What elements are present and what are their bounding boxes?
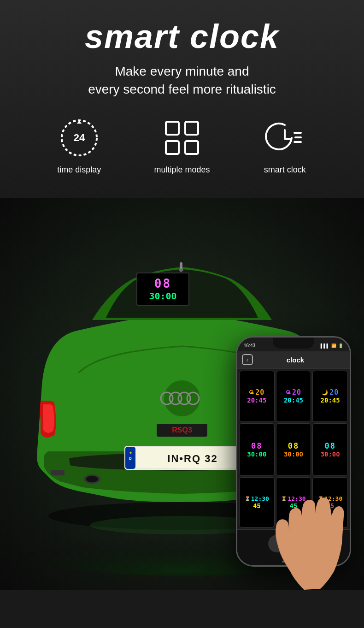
clock-24-icon: 24 — [59, 117, 100, 159]
phone: 16:43 ▌▌▌ 📶 🔋 ‹ clock — [236, 336, 351, 567]
time-bottom-0: 20:45 — [247, 397, 266, 404]
phone-bottom-bar — [237, 529, 350, 558]
time-bottom-2: 20:45 — [321, 397, 340, 404]
time-bottom-8: 45 — [326, 502, 334, 510]
icon-hourglass-6: ⏳ — [245, 496, 250, 501]
clock-cell-0[interactable]: 🌤 20 20:45 — [239, 371, 275, 422]
status-icons: ▌▌▌ 📶 🔋 — [321, 344, 343, 348]
clock-cell-6[interactable]: ⏳ 12:30 45 — [239, 477, 275, 527]
home-indicator — [237, 558, 350, 565]
led-bottom-display: 30:00 — [149, 290, 176, 302]
main-title: smart clock — [9, 18, 355, 55]
wifi-icon: 📶 — [331, 344, 336, 348]
time-top-1: 20 — [292, 388, 301, 397]
time-top-2: 20 — [329, 388, 339, 397]
status-time: 16:43 — [244, 343, 255, 348]
svg-rect-25 — [51, 470, 65, 475]
feature-multiple-modes: multiple modes — [130, 117, 233, 175]
clock-cell-5[interactable]: 08 30:00 — [312, 423, 348, 476]
feature-smart-clock-label: smart clock — [264, 165, 306, 175]
svg-text:IN•RQ 32: IN•RQ 32 — [167, 453, 217, 464]
svg-point-22 — [86, 476, 98, 482]
nav-bar: ‹ clock — [237, 351, 350, 369]
svg-text:RSQ3: RSQ3 — [172, 426, 192, 434]
icon-sun-0: 🌤 — [249, 390, 254, 396]
features-row: 24 time display multiple modes — [9, 117, 355, 175]
clock-cell-1[interactable]: 🌤 20 20:45 — [276, 371, 311, 422]
feature-time-display: 24 time display — [28, 117, 130, 175]
time-bottom-6: 45 — [253, 502, 261, 510]
svg-text:D: D — [129, 456, 132, 461]
send-button[interactable] — [268, 535, 319, 552]
signal-icon: ▌▌▌ — [321, 344, 329, 348]
clock-list-icon — [264, 117, 305, 159]
time-bottom-5: 30:00 — [321, 450, 340, 458]
clock-cell-3[interactable]: 08 30:00 — [239, 423, 275, 476]
icon-moon-2: 🌙 — [322, 390, 329, 396]
subtitle: Make every minute and every second feel … — [9, 62, 355, 98]
svg-rect-13 — [179, 269, 183, 271]
icon-sun-1: 🌤 — [286, 390, 291, 396]
clock-cell-4[interactable]: 08 30:00 — [276, 423, 311, 476]
hero-section: smart clock Make every minute and every … — [0, 0, 364, 198]
time-top-4: 08 — [288, 441, 299, 450]
time-bottom-1: 20:45 — [284, 397, 303, 404]
phone-notch — [273, 338, 314, 349]
time-bottom-3: 30:00 — [247, 450, 266, 458]
time-top-7: 12:30 — [288, 495, 305, 502]
clock-cell-2[interactable]: 🌙 20 20:45 — [312, 371, 348, 422]
icon-hourglass-8: ⏳ — [318, 496, 323, 501]
icon-hourglass-7: ⏳ — [281, 496, 287, 501]
feature-multiple-modes-label: multiple modes — [154, 165, 210, 175]
time-top-6: 12:30 — [251, 495, 269, 502]
car-section: RSQ3 ★ D IN•RQ 32 08 30:00 — [0, 198, 364, 590]
nav-title: clock — [257, 356, 334, 364]
svg-text:24: 24 — [73, 132, 85, 143]
feature-smart-clock: smart clock — [234, 117, 336, 175]
led-display: 08 30:00 — [136, 273, 189, 306]
clock-cell-7[interactable]: ⏳ 12:30 45 — [276, 477, 311, 527]
svg-rect-31 — [132, 448, 132, 468]
time-top-8: 12:30 — [324, 495, 342, 502]
time-top-3: 08 — [251, 441, 262, 450]
svg-rect-5 — [166, 141, 179, 154]
battery-icon: 🔋 — [338, 344, 343, 348]
time-top-0: 20 — [255, 388, 264, 397]
back-button[interactable]: ‹ — [242, 354, 253, 365]
led-top-display: 08 — [154, 277, 171, 290]
svg-rect-3 — [166, 122, 179, 135]
phone-screen: 16:43 ▌▌▌ 📶 🔋 ‹ clock — [237, 338, 350, 565]
time-bottom-4: 30:00 — [284, 450, 303, 458]
svg-rect-6 — [185, 141, 198, 154]
time-top-5: 08 — [324, 441, 335, 450]
time-bottom-7: 45 — [290, 502, 298, 510]
grid-quad-icon — [161, 117, 203, 159]
clock-grid: 🌤 20 20:45 🌤 20 20:45 — [237, 369, 350, 529]
feature-time-display-label: time display — [57, 165, 101, 175]
phone-frame: 16:43 ▌▌▌ 📶 🔋 ‹ clock — [236, 336, 351, 567]
svg-text:★: ★ — [129, 451, 132, 455]
clock-cell-8[interactable]: ⏳ 12:30 45 — [312, 477, 348, 527]
svg-rect-4 — [185, 122, 198, 135]
